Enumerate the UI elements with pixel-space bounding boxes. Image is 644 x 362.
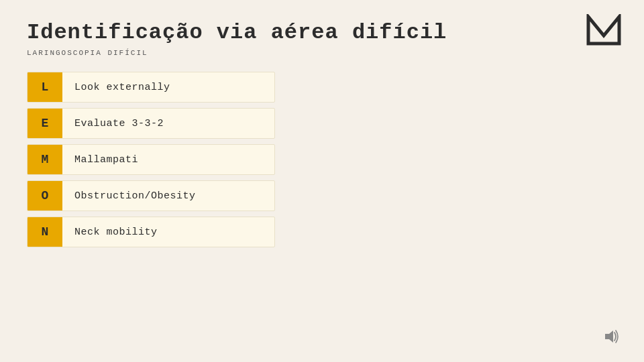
sound-icon-container[interactable] — [600, 324, 624, 349]
page-title: Identificação via aérea difícil — [27, 20, 617, 45]
sound-icon[interactable] — [602, 327, 621, 346]
letter-badge-n: N — [28, 217, 62, 247]
item-text-l: Look externally — [62, 82, 182, 93]
letter-badge-e: E — [28, 109, 62, 138]
page-subtitle: LARINGOSCOPIA DIFÍCIL — [27, 49, 617, 57]
letter-badge-m: M — [28, 145, 62, 174]
letter-badge-l: L — [28, 72, 62, 102]
page-container: Identificação via aérea difícil LARINGOS… — [0, 0, 644, 362]
list-item-m: M Mallampati — [27, 144, 275, 175]
list-item-l: L Look externally — [27, 72, 275, 103]
list-item-e: E Evaluate 3-3-2 — [27, 108, 275, 139]
item-text-m: Mallampati — [62, 154, 150, 166]
logo-container — [584, 13, 624, 47]
svg-marker-1 — [605, 330, 613, 343]
list-item-n: N Neck mobility — [27, 217, 275, 247]
item-text-e: Evaluate 3-3-2 — [62, 118, 176, 129]
items-list: L Look externally E Evaluate 3-3-2 M Mal… — [27, 72, 275, 247]
letter-badge-o: O — [28, 181, 62, 210]
list-item-o: O Obstruction/Obesity — [27, 180, 275, 211]
item-text-o: Obstruction/Obesity — [62, 190, 208, 202]
logo-icon — [586, 14, 623, 46]
item-text-n: Neck mobility — [62, 227, 170, 238]
svg-marker-0 — [588, 17, 619, 44]
